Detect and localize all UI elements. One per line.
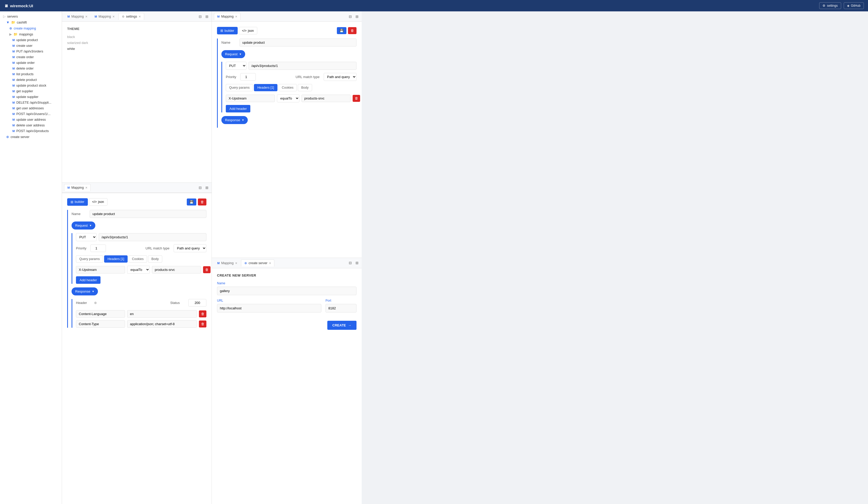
tab-create-server[interactable]: ⊕ create server × [241, 260, 274, 266]
query-params-tab[interactable]: Query params [76, 255, 103, 263]
builder-tab-button[interactable]: ⊞ builder [67, 198, 88, 206]
right-json-tab[interactable]: </> json [239, 27, 257, 34]
content-type-key-input[interactable] [76, 320, 125, 328]
sidebar-item-put-orders[interactable]: M PUT /api/v3/orders [0, 49, 62, 54]
delete-content-type-button[interactable]: 🗑 [199, 321, 206, 327]
sidebar-item-update-order[interactable]: M update order [0, 60, 62, 65]
sidebar-item-update-product-stock[interactable]: M update product stock [0, 83, 62, 88]
sidebar-item-servers[interactable]: ▷ servers [0, 13, 62, 19]
github-button[interactable]: ◈ GitHub [844, 2, 864, 9]
url-field-input[interactable] [217, 304, 321, 312]
right-query-params-tab[interactable]: Query params [226, 84, 253, 91]
tab-close-mapping-bottom[interactable]: × [235, 261, 237, 265]
save-button[interactable]: 💾 [187, 199, 196, 205]
tab-mapping-1[interactable]: M Mapping × [64, 13, 91, 20]
url-match-select[interactable]: Path and query Path only [174, 244, 206, 252]
right-builder-tab[interactable]: ⊞ builder [217, 27, 238, 34]
sidebar-item-create-user[interactable]: M create user [0, 43, 62, 49]
url-input[interactable] [99, 233, 206, 241]
right-body-tab[interactable]: Body [298, 84, 312, 91]
sidebar-item-list-products[interactable]: M list products [0, 71, 62, 77]
theme-option-solarized[interactable]: solarized dark [67, 40, 206, 46]
sidebar-item-get-user-addresses[interactable]: M get user addresses [0, 105, 62, 111]
method-select[interactable]: PUT GET POST DELETE [76, 233, 96, 241]
sidebar-item-delete-product[interactable]: M delete product [0, 77, 62, 83]
tab-close-settings[interactable]: × [139, 15, 141, 18]
tab-close-create-server[interactable]: × [269, 261, 271, 265]
split-vertical-button-right[interactable]: ⊞ [354, 14, 360, 19]
sidebar-item-create-server[interactable]: ⊕ create server [0, 134, 62, 140]
right-header-key-input[interactable] [226, 94, 275, 102]
right-name-input[interactable] [239, 39, 356, 47]
tab-mapping-2[interactable]: M Mapping × [91, 13, 118, 20]
delete-header-button[interactable]: 🗑 [203, 266, 210, 273]
sidebar-item-update-product[interactable]: M update product [0, 37, 62, 43]
split-vertical-bottom[interactable]: ⊞ [354, 260, 360, 265]
sidebar-item-post-products[interactable]: M POST /api/v3/products [0, 128, 62, 134]
right-headers-tab[interactable]: Headers [1] [254, 84, 278, 91]
header-value-input[interactable] [152, 266, 201, 273]
header-operator-select[interactable]: equalTo contains matches [127, 266, 150, 274]
sidebar-item-create-order[interactable]: M create order [0, 54, 62, 60]
create-server-button[interactable]: CREATE → [327, 321, 356, 330]
right-header-value-input[interactable] [301, 94, 351, 102]
tab-close-middle[interactable]: × [85, 186, 87, 190]
content-language-key-input[interactable] [76, 310, 125, 317]
tab-close-right-mapping[interactable]: × [235, 15, 237, 18]
sidebar-item-delete-suppli[interactable]: M DELETE /api/v3/suppli... [0, 100, 62, 105]
right-cookies-tab[interactable]: Cookies [278, 84, 297, 91]
add-header-button[interactable]: Add header [76, 276, 101, 284]
header-key-input[interactable] [76, 266, 125, 273]
split-horizontal-button[interactable]: ⊟ [198, 14, 203, 19]
right-delete-header-button[interactable]: 🗑 [353, 95, 360, 102]
sidebar-item-create-mapping[interactable]: ⊕ create mapping [0, 25, 62, 31]
cookies-tab[interactable]: Cookies [129, 255, 147, 263]
right-add-header-button[interactable]: Add header [226, 105, 250, 112]
split-vertical-button-2[interactable]: ⊞ [204, 185, 209, 190]
split-horizontal-bottom[interactable]: ⊟ [348, 260, 353, 265]
sidebar-item-mappings[interactable]: ▶ 📁 mappings [0, 31, 62, 37]
delete-content-language-button[interactable]: 🗑 [199, 310, 206, 317]
split-vertical-button[interactable]: ⊞ [204, 14, 209, 19]
tab-settings[interactable]: ⚙ settings × [118, 13, 144, 20]
right-priority-input[interactable] [240, 73, 256, 81]
tab-mapping-bottom[interactable]: M Mapping × [214, 260, 240, 266]
request-section-button[interactable]: Request ▼ [72, 222, 95, 230]
right-delete-button[interactable]: 🗑 [348, 27, 356, 34]
sidebar-item-update-supplier[interactable]: M update supplier [0, 94, 62, 100]
response-section-button[interactable]: Response ▼ [72, 288, 98, 295]
right-header-operator[interactable]: equalTo contains [277, 94, 299, 102]
right-response-button[interactable]: Response ▼ [221, 116, 248, 124]
right-url-match-select[interactable]: Path and query Path only [324, 73, 356, 81]
tab-close-2[interactable]: × [112, 15, 114, 18]
content-language-value-input[interactable] [127, 310, 197, 317]
right-method-select[interactable]: PUT GET POST DELETE [226, 62, 247, 70]
sidebar-item-delete-user-address[interactable]: M delete user address [0, 122, 62, 128]
theme-option-black[interactable]: black [67, 34, 206, 40]
port-field-input[interactable] [326, 304, 356, 312]
split-horizontal-button-2[interactable]: ⊟ [198, 185, 203, 190]
tab-mapping-right[interactable]: M Mapping × [214, 13, 240, 20]
split-horizontal-button-right[interactable]: ⊟ [348, 14, 353, 19]
body-tab[interactable]: Body [148, 255, 162, 263]
headers-tab[interactable]: Headers [1] [104, 255, 127, 263]
sidebar-item-get-supplier[interactable]: M get supplier [0, 88, 62, 94]
sidebar-item-delete-order[interactable]: M delete order [0, 65, 62, 71]
tab-mapping-middle[interactable]: M Mapping × [64, 184, 91, 191]
sidebar-item-cashlift[interactable]: ▼ 📁 cashlift [0, 19, 62, 25]
settings-button[interactable]: ⚙ settings [819, 2, 841, 9]
sidebar-item-update-user-address[interactable]: M update user address [0, 117, 62, 122]
tab-close-1[interactable]: × [85, 15, 87, 18]
right-save-button[interactable]: 💾 [337, 27, 347, 34]
right-url-input[interactable] [249, 62, 356, 70]
delete-button[interactable]: 🗑 [198, 199, 206, 205]
status-input[interactable] [188, 299, 206, 306]
add-response-header-icon[interactable]: ⊕ [94, 301, 97, 305]
json-tab-button[interactable]: </> json [89, 198, 107, 206]
name-input[interactable] [90, 210, 206, 218]
theme-option-white[interactable]: white [67, 46, 206, 52]
server-name-input[interactable] [217, 286, 356, 295]
right-request-button[interactable]: Request ▼ [221, 50, 245, 58]
priority-input[interactable] [90, 244, 106, 252]
content-type-value-input[interactable] [127, 320, 197, 328]
